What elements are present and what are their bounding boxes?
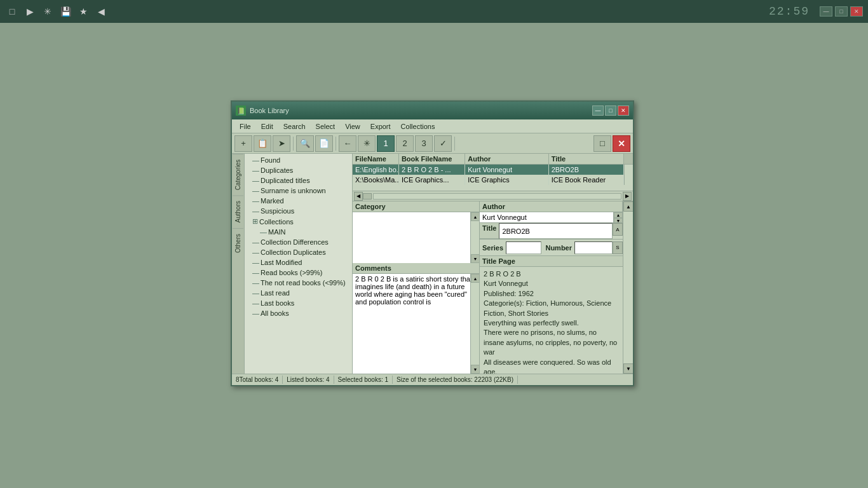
- tree-main[interactable]: — MAIN: [245, 227, 352, 237]
- tree-last-read[interactable]: — Last read: [245, 288, 352, 298]
- author-scroll-up[interactable]: ▲: [614, 212, 622, 218]
- vscroll-down-btn[interactable]: ▼: [623, 363, 633, 374]
- comments-scroll-down[interactable]: ▼: [471, 365, 479, 374]
- menu-search[interactable]: Search: [278, 121, 311, 132]
- number-btn[interactable]: S: [613, 241, 623, 254]
- col-header-author: Author: [465, 154, 548, 164]
- tree-read-books[interactable]: — Read books (>99%): [245, 268, 352, 278]
- toolbar-export[interactable]: ➤: [273, 135, 290, 152]
- toolbar-expand[interactable]: □: [593, 135, 611, 152]
- tree-last-modified[interactable]: — Last Modified: [245, 257, 352, 268]
- app-icon: 📗: [236, 105, 246, 116]
- tree-dash-icon-7: —: [260, 228, 267, 236]
- tree-duplicates[interactable]: — Duplicates: [245, 165, 352, 175]
- scroll-left-btn[interactable]: ◀: [354, 192, 363, 201]
- tree-dash-icon-9: —: [252, 248, 259, 256]
- tree-dash-icon-6: —: [252, 207, 259, 215]
- tree-all-books[interactable]: — All books: [245, 308, 352, 318]
- series-input[interactable]: [506, 241, 541, 254]
- tree-dash-icon-3: —: [252, 177, 259, 184]
- scroll-right-btn[interactable]: ▶: [623, 192, 632, 201]
- toolbar-asterisk[interactable]: ✳: [358, 135, 376, 152]
- taskbar-minimize[interactable]: —: [820, 6, 832, 17]
- toolbar-copy[interactable]: 📋: [254, 135, 271, 152]
- window-title: Book Library: [250, 107, 592, 114]
- category-scroll: ▲ ▼: [470, 212, 479, 263]
- toolbar-search[interactable]: 🔍: [296, 135, 314, 152]
- tree-found[interactable]: — Found: [245, 155, 352, 165]
- menu-collections[interactable]: Collections: [396, 121, 440, 132]
- scroll-bar-h[interactable]: [373, 193, 621, 200]
- taskbar-icon-back[interactable]: ◀: [94, 4, 108, 18]
- title-input[interactable]: 2BRO2B: [499, 223, 613, 239]
- right-details: Author Kurt Vonnegut ▲ ▼: [480, 201, 623, 374]
- toolbar-close[interactable]: ✕: [613, 135, 630, 152]
- comments-content: 2 B R 0 2 B is a satiric short story tha…: [353, 274, 479, 374]
- tab-others[interactable]: Others: [233, 228, 243, 258]
- toolbar-check[interactable]: ✓: [434, 135, 452, 152]
- menu-edit[interactable]: Edit: [256, 121, 278, 132]
- menu-export[interactable]: Export: [365, 121, 396, 132]
- comments-scroll-up[interactable]: ▲: [471, 274, 479, 283]
- tree-duplicated-titles[interactable]: — Duplicated titles: [245, 175, 352, 186]
- taskbar: □ ▶ ✳ 💾 ★ ◀ 22:59 — □ ✕: [0, 0, 868, 23]
- tree-marked[interactable]: — Marked: [245, 196, 352, 206]
- title-page-line-1: Kurt Vonnegut: [484, 279, 619, 288]
- tree-dash-icon-4: —: [252, 187, 259, 194]
- taskbar-icon-save[interactable]: 💾: [58, 4, 72, 18]
- cell-filename-0: E:\English bo...: [353, 165, 399, 175]
- status-listed: Listed books: 4: [283, 376, 334, 384]
- tab-categories[interactable]: Categories: [233, 154, 243, 195]
- menu-select[interactable]: Select: [311, 121, 341, 132]
- table-row[interactable]: E:\English bo... 2 B R O 2 B - ... Kurt …: [353, 165, 633, 175]
- vscroll-up-btn[interactable]: ▲: [623, 201, 633, 212]
- cell-filename-1: X:\Books\Ma...: [353, 175, 399, 185]
- table-row[interactable]: X:\Books\Ma... ICE Graphics... ICE Graph…: [353, 175, 633, 185]
- tree-suspicious[interactable]: — Suspicious: [245, 206, 352, 216]
- author-scroll-down[interactable]: ▼: [614, 218, 622, 222]
- toolbar-sep-3: [454, 137, 455, 151]
- tree-surname-unknown[interactable]: — Surname is unknown: [245, 186, 352, 196]
- close-button[interactable]: ✕: [618, 105, 629, 116]
- title-row: Title 2BRO2B A: [480, 223, 623, 240]
- title-btn[interactable]: A: [613, 223, 623, 236]
- menu-view[interactable]: View: [340, 121, 365, 132]
- toolbar-doc[interactable]: 📄: [315, 135, 333, 152]
- tree-collection-diff[interactable]: — Collection Differences: [245, 237, 352, 247]
- tree-collections[interactable]: ⊞ Collections: [245, 216, 352, 227]
- tree-dash-icon-13: —: [252, 289, 259, 297]
- table-header: FileName Book FileName Author Title: [353, 154, 633, 165]
- taskbar-icon-1[interactable]: □: [5, 4, 19, 18]
- tree-not-read-books[interactable]: — The not read books (<99%): [245, 278, 352, 288]
- tree-dash-icon-5: —: [252, 197, 259, 205]
- toolbar-add[interactable]: +: [234, 135, 252, 152]
- cat-scroll-up[interactable]: ▲: [471, 212, 479, 221]
- taskbar-maximize[interactable]: □: [835, 6, 848, 17]
- toolbar-page1[interactable]: 1: [377, 135, 395, 152]
- menu-file[interactable]: File: [234, 121, 256, 132]
- tab-authors[interactable]: Authors: [233, 195, 243, 227]
- menu-bar: File Edit Search Select View Export Coll…: [232, 119, 633, 133]
- left-panel: — Found — Duplicates — Duplicated titles…: [245, 154, 353, 374]
- taskbar-icon-asterisk[interactable]: ✳: [41, 4, 55, 18]
- toolbar-page2[interactable]: 2: [396, 135, 414, 152]
- toolbar-page3[interactable]: 3: [415, 135, 433, 152]
- cat-scroll-down[interactable]: ▼: [471, 254, 479, 263]
- tree-dash-icon-12: —: [252, 279, 259, 287]
- toolbar-back[interactable]: ←: [339, 135, 356, 152]
- number-input[interactable]: [574, 241, 613, 254]
- taskbar-close[interactable]: ✕: [850, 6, 863, 17]
- category-panel: Category ▲ ▼ Comments 2 B R 0 2 B is a s…: [353, 201, 480, 374]
- main-window: 📗 Book Library — □ ✕ File Edit Search Se…: [231, 100, 634, 386]
- category-label: Category: [353, 201, 479, 212]
- minimize-button[interactable]: —: [592, 105, 604, 116]
- tree-dash-icon-10: —: [252, 259, 259, 266]
- tree-collection-dup[interactable]: — Collection Duplicates: [245, 247, 352, 257]
- taskbar-icon-play[interactable]: ▶: [23, 4, 37, 18]
- taskbar-icon-star[interactable]: ★: [76, 4, 90, 18]
- cell-title-1: ICE Book Reader: [549, 175, 624, 185]
- maximize-button[interactable]: □: [605, 105, 616, 116]
- comments-scroll-track: [471, 283, 479, 365]
- tree-last-books[interactable]: — Last books: [245, 298, 352, 308]
- scroll-thumb: [363, 193, 372, 200]
